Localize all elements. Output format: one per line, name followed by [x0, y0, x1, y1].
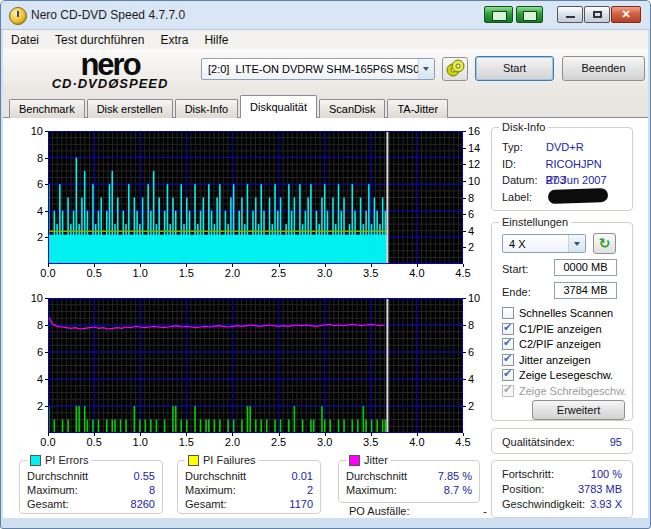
maximize-button[interactable]: [584, 6, 610, 23]
chevron-down-icon[interactable]: [418, 59, 434, 79]
axis-tick-mark: [45, 325, 48, 326]
checkbox-box[interactable]: [502, 307, 514, 319]
axis-tick-mark: [463, 325, 466, 326]
pi-errors-legend-icon: [30, 455, 41, 466]
tab-ta-jitter[interactable]: TA-Jitter: [387, 99, 448, 118]
statbox-rows: Durchschnitt7.85 %Maximum:8.7 %: [339, 469, 479, 497]
stat-row-gesamt: Gesamt:8260: [20, 497, 162, 511]
quality-index-group: Qualitätsindex: 95: [491, 428, 633, 454]
tab-benchmark[interactable]: Benchmark: [9, 99, 85, 118]
application-window: Nero CD-DVD Speed 4.7.7.0 ✕ DateiTest du…: [0, 0, 651, 529]
menu-item-hilfe[interactable]: Hilfe: [196, 30, 236, 47]
checkbox-label: Schnelles Scannen: [519, 307, 613, 319]
checkbox-zeige-lesegeschw[interactable]: ✔Zeige Lesegeschw.: [502, 368, 613, 382]
start-field-label: Start:: [502, 263, 528, 275]
close-button[interactable]: ✕: [611, 6, 641, 23]
stat-label: Maximum:: [346, 483, 397, 497]
axis-tick-mark: [140, 264, 141, 267]
axis-tick-label: 1.5: [174, 267, 198, 279]
speed-select[interactable]: 4 X: [502, 234, 586, 253]
disk-info-row-typ: Typ:DVD+R: [502, 139, 624, 155]
tab-disk-info[interactable]: Disk-Info: [175, 99, 238, 118]
axis-tick-label: 16: [468, 125, 498, 137]
tab-scandisk[interactable]: ScanDisk: [319, 99, 385, 118]
menu-item-extra[interactable]: Extra: [152, 30, 196, 47]
chevron-down-icon[interactable]: [568, 235, 585, 252]
stat-value: 0.55: [134, 469, 155, 483]
axis-tick-label: 2.5: [267, 436, 291, 448]
checkbox-c1-pie-anzeigen[interactable]: ✔C1/PIE anzeigen: [502, 322, 602, 336]
axis-tick-mark: [325, 264, 326, 267]
advanced-button[interactable]: Erweitert: [532, 400, 625, 420]
po-failures-label: PO Ausfälle:: [349, 504, 410, 518]
axis-tick-label: 3.5: [359, 267, 383, 279]
checkbox-schnelles-scannen[interactable]: Schnelles Scannen: [502, 306, 613, 320]
stat-value: 8: [149, 483, 155, 497]
axis-tick-label: 0.5: [82, 267, 106, 279]
checkbox-jitter-anzeigen[interactable]: ✔Jitter anzeigen: [502, 353, 591, 367]
titlebar[interactable]: Nero CD-DVD Speed 4.7.7.0 ✕: [1, 1, 650, 30]
save-image-button[interactable]: [516, 6, 543, 23]
progress-value: 3.93 X: [590, 497, 622, 512]
stat-value: 1170: [289, 497, 313, 511]
checkbox-box[interactable]: ✔: [502, 338, 514, 350]
progress-label: Fortschritt:: [502, 467, 554, 482]
checkbox-label: C2/PIF anzeigen: [519, 338, 601, 350]
drive-select[interactable]: [2:0] LITE-ON DVDRW SHM-165P6S MS0R: [201, 58, 435, 80]
axis-tick-mark: [186, 264, 187, 267]
axis-tick-mark: [94, 433, 95, 436]
stat-label: Maximum:: [185, 483, 236, 497]
checkbox-label: Zeige Schreibgeschw.: [519, 385, 627, 397]
close-icon: ✕: [621, 8, 630, 20]
axis-tick-mark: [463, 264, 464, 267]
axis-tick-label: 6: [468, 346, 498, 358]
axis-tick-label: 2: [13, 400, 43, 412]
axis-tick-label: 10: [468, 175, 498, 187]
axis-tick-mark: [463, 131, 466, 132]
settings-group: Einstellungen 4 X ↻ Start: 0000 MB Ende:…: [491, 222, 633, 421]
checkbox-box[interactable]: ✔: [502, 369, 514, 381]
axis-tick-mark: [463, 214, 466, 215]
axis-tick-label: 4.0: [405, 267, 429, 279]
axis-tick-mark: [45, 131, 48, 132]
start-field[interactable]: 0000 MB: [554, 259, 617, 276]
speed-select-value: 4 X: [509, 238, 526, 250]
minimize-button[interactable]: [557, 6, 583, 23]
nero-logo: nero CD·DVDØSPEED: [25, 53, 195, 90]
start-button[interactable]: Start: [475, 56, 554, 81]
axis-tick-label: 10: [468, 292, 498, 304]
disk-info-label: ID:: [502, 156, 545, 172]
refresh-icon: ↻: [594, 234, 615, 252]
axis-tick-mark: [463, 298, 466, 299]
tab-disk-erstellen[interactable]: Disk erstellen: [87, 99, 173, 118]
axis-tick-label: 2.0: [220, 267, 244, 279]
stat-label: Gesamt:: [27, 497, 69, 511]
checkbox-label: Jitter anzeigen: [519, 354, 591, 366]
eject-disc-button[interactable]: [442, 57, 468, 81]
checkbox-box[interactable]: ✔: [502, 385, 514, 397]
menu-item-test-durchf-hren[interactable]: Test durchführen: [47, 30, 152, 47]
axis-tick-label: 8: [13, 152, 43, 164]
axis-tick-label: 4: [468, 225, 498, 237]
progress-value: 100 %: [591, 467, 622, 482]
disk-info-group: Disk-Info Typ:DVD+RID:RICOHJPN R03Datum:…: [491, 127, 633, 211]
axis-tick-mark: [463, 148, 466, 149]
axis-tick-label: 8: [468, 192, 498, 204]
end-field-label: Ende:: [502, 286, 531, 298]
quit-button[interactable]: Beenden: [562, 56, 645, 81]
checkbox-c2-pif-anzeigen[interactable]: ✔C2/PIF anzeigen: [502, 337, 601, 351]
stat-row-durchschnitt: Durchschnitt0.01: [178, 469, 320, 483]
axis-tick-mark: [45, 184, 48, 185]
checkbox-zeige-schreibgeschw[interactable]: ✔Zeige Schreibgeschw.: [502, 384, 627, 398]
statbox-name: PI Errors: [45, 454, 88, 466]
axis-tick-mark: [279, 433, 280, 436]
capture-image-button[interactable]: [484, 6, 513, 23]
checkbox-box[interactable]: ✔: [502, 323, 514, 335]
checkbox-box[interactable]: ✔: [502, 354, 514, 366]
axis-tick-mark: [463, 164, 466, 165]
axis-tick-label: 4.5: [451, 436, 475, 448]
refresh-button[interactable]: ↻: [593, 233, 616, 254]
end-field[interactable]: 3784 MB: [554, 282, 617, 299]
menu-item-datei[interactable]: Datei: [3, 30, 47, 47]
tab-diskqualit-t[interactable]: Diskqualität: [240, 95, 317, 118]
